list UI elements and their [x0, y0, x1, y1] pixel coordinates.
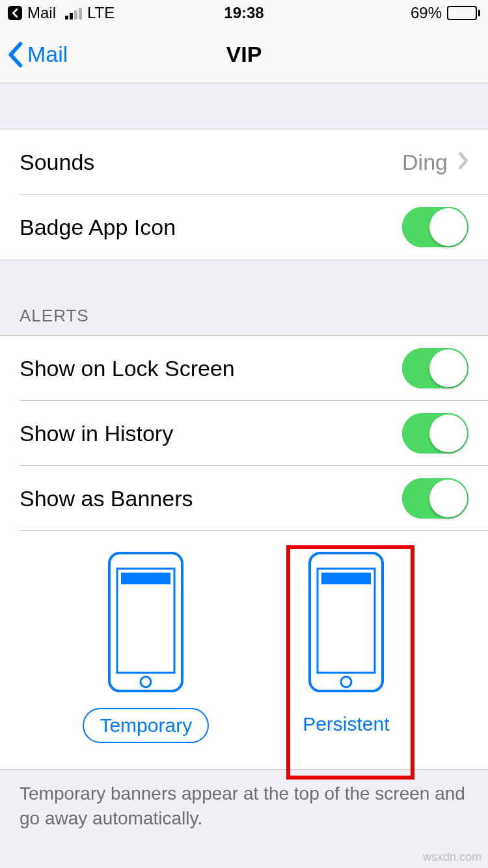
settings-group-general: Sounds Ding Badge App Icon [0, 129, 488, 260]
badge-app-icon-row: Badge App Icon [0, 195, 488, 260]
show-in-history-toggle[interactable] [402, 413, 468, 454]
status-right: 69% [411, 4, 480, 22]
sounds-row[interactable]: Sounds Ding [0, 129, 488, 195]
show-on-lock-screen-row: Show on Lock Screen [0, 336, 488, 401]
back-button[interactable]: Mail [7, 42, 68, 68]
sounds-value: Ding [402, 150, 448, 175]
svg-point-3 [141, 677, 151, 687]
show-in-history-row: Show in History [0, 401, 488, 466]
phone-persistent-icon [307, 550, 385, 694]
back-to-app-icon[interactable] [8, 6, 22, 20]
banner-style-picker: Temporary Persistent [0, 531, 488, 769]
sounds-label: Sounds [20, 150, 402, 175]
page-title: VIP [226, 42, 262, 67]
options-header: OPTIONS [0, 831, 488, 860]
svg-rect-6 [321, 573, 371, 584]
alerts-header: ALERTS [0, 306, 488, 335]
back-button-label: Mail [27, 42, 68, 67]
phone-temporary-icon [107, 550, 185, 694]
badge-app-icon-toggle[interactable] [402, 207, 468, 247]
settings-group-alerts: Show on Lock Screen Show in History Show… [0, 335, 488, 770]
battery-icon [447, 6, 480, 20]
watermark: wsxdn.com [423, 850, 481, 864]
show-on-lock-screen-toggle[interactable] [402, 348, 468, 388]
banner-style-temporary[interactable]: Temporary [83, 550, 209, 743]
banner-style-temporary-label: Temporary [83, 708, 209, 743]
banner-style-persistent-label: Persistent [287, 708, 405, 740]
battery-percentage: 69% [411, 4, 442, 22]
badge-app-icon-label: Badge App Icon [20, 215, 402, 240]
svg-point-7 [341, 677, 351, 687]
banner-style-persistent[interactable]: Persistent [287, 550, 405, 743]
show-as-banners-label: Show as Banners [20, 486, 402, 511]
banner-style-footer: Temporary banners appear at the top of t… [0, 770, 488, 831]
show-as-banners-row: Show as Banners [0, 466, 488, 531]
status-left: Mail LTE [8, 4, 115, 22]
chevron-right-icon [458, 150, 468, 175]
show-as-banners-toggle[interactable] [402, 478, 468, 519]
chevron-left-icon [7, 42, 23, 68]
cellular-signal-icon [65, 7, 82, 20]
svg-rect-2 [121, 573, 170, 584]
carrier-label: LTE [87, 4, 115, 22]
show-on-lock-screen-label: Show on Lock Screen [20, 356, 402, 381]
alerts-section: ALERTS Show on Lock Screen Show in Histo… [0, 306, 488, 770]
navigation-bar: Mail VIP [0, 26, 488, 83]
show-in-history-label: Show in History [20, 421, 402, 446]
back-to-app-label[interactable]: Mail [27, 4, 56, 22]
status-bar: Mail LTE 19:38 69% [0, 0, 488, 26]
